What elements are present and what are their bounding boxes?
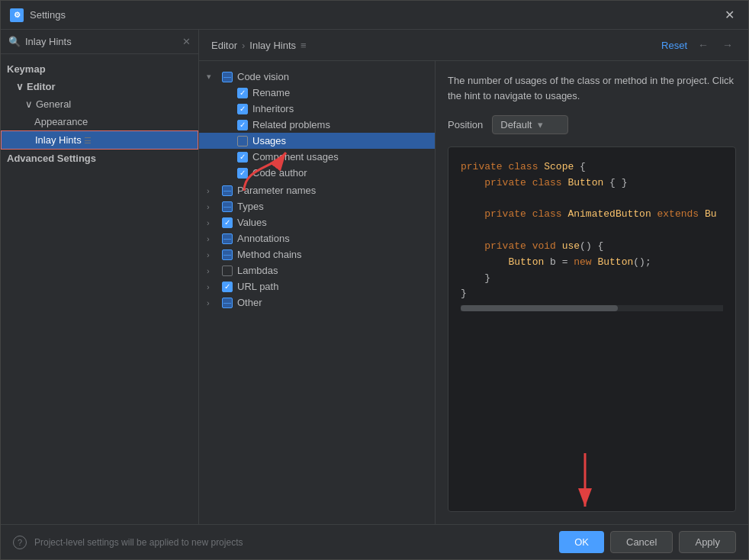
nav-back-button[interactable]: ← — [695, 37, 712, 53]
option-label-method-chains: Method chains — [237, 249, 302, 260]
close-button[interactable]: ✕ — [720, 6, 739, 24]
checkbox-values[interactable]: ✓ — [222, 217, 233, 228]
search-input[interactable] — [25, 36, 178, 47]
position-value: Default — [500, 119, 532, 130]
checkbox-lambdas[interactable] — [222, 266, 233, 276]
cancel-button[interactable]: Cancel — [610, 531, 673, 553]
option-inheritors[interactable]: ✓ Inheritors — [199, 101, 435, 117]
code-line-1: private class Scope { — [461, 159, 723, 175]
checkbox-inheritors[interactable]: ✓ — [237, 104, 248, 114]
expand-icon: › — [207, 282, 217, 291]
main-header: Editor › Inlay Hints ≡ Reset ← → — [199, 30, 748, 61]
option-code-vision[interactable]: ▾ — Code vision — [199, 69, 435, 85]
option-label-inheritors: Inheritors — [252, 103, 294, 114]
option-code-author[interactable]: ✓ Code author — [199, 165, 435, 181]
option-label-component-usages: Component usages — [252, 151, 339, 163]
option-label-usages: Usages — [252, 135, 286, 146]
option-label-parameter-names: Parameter names — [237, 185, 316, 196]
option-label-rename: Rename — [252, 87, 290, 98]
expand-icon: ▾ — [207, 72, 217, 82]
sidebar-nav: Keymap ∨Editor ∨General Appearance Inlay… — [1, 54, 198, 524]
sidebar-item-advanced-settings[interactable]: Advanced Settings — [1, 150, 198, 167]
search-clear-button[interactable]: ✕ — [182, 36, 191, 47]
checkbox-rename[interactable]: ✓ — [237, 88, 248, 98]
checkbox-parameter-names[interactable]: — — [222, 185, 233, 196]
code-scrollbar[interactable] — [461, 305, 723, 311]
help-button[interactable]: ? — [13, 536, 27, 549]
option-component-usages[interactable]: ✓ Component usages — [199, 149, 435, 165]
option-parameter-names[interactable]: › — Parameter names — [199, 182, 435, 198]
checkbox-usages[interactable] — [237, 136, 248, 146]
option-rename[interactable]: ✓ Rename — [199, 85, 435, 101]
app-icon: ⚙ — [10, 8, 24, 22]
checkbox-component-usages[interactable]: ✓ — [237, 152, 248, 163]
option-label-annotations: Annotations — [237, 233, 290, 244]
option-values[interactable]: › ✓ Values — [199, 214, 435, 230]
option-label-values: Values — [237, 217, 267, 228]
apply-button[interactable]: Apply — [679, 531, 736, 553]
option-related-problems[interactable]: ✓ Related problems — [199, 117, 435, 133]
ok-button[interactable]: OK — [559, 531, 604, 553]
sidebar-item-inlay-hints[interactable]: Inlay Hints ☰ — [1, 130, 198, 150]
option-label-lambdas: Lambdas — [237, 265, 278, 276]
option-annotations[interactable]: › — Annotations — [199, 230, 435, 246]
search-bar: 🔍 ✕ — [1, 30, 198, 54]
code-line-3 — [461, 191, 723, 208]
code-line-8: } — [461, 271, 723, 287]
checkbox-method-chains[interactable]: — — [222, 249, 233, 260]
scrollbar-thumb — [461, 305, 618, 311]
option-label-related-problems: Related problems — [252, 119, 330, 130]
breadcrumb-menu-icon[interactable]: ≡ — [301, 40, 307, 51]
checkbox-code-vision[interactable]: — — [222, 72, 233, 82]
checkbox-code-author[interactable]: ✓ — [237, 168, 248, 179]
nav-forward-button[interactable]: → — [719, 37, 736, 53]
sidebar: 🔍 ✕ Keymap ∨Editor ∨General Appearance I… — [1, 30, 199, 524]
expand-icon: › — [207, 234, 217, 243]
position-row: Position Default ▾ — [448, 115, 736, 134]
breadcrumb-editor: Editor — [211, 40, 237, 51]
option-label-url-path: URL path — [237, 281, 278, 292]
sidebar-item-general[interactable]: ∨General — [1, 95, 198, 113]
checkbox-url-path[interactable]: ✓ — [222, 282, 233, 292]
option-lambdas[interactable]: › Lambdas — [199, 262, 435, 278]
dropdown-chevron-icon: ▾ — [538, 119, 543, 130]
checkbox-related-problems[interactable]: ✓ — [237, 120, 248, 130]
expand-icon: › — [207, 186, 217, 195]
content-area: 🔍 ✕ Keymap ∨Editor ∨General Appearance I… — [1, 30, 748, 524]
option-url-path[interactable]: › ✓ URL path — [199, 278, 435, 294]
settings-window: ⚙ Settings ✕ 🔍 ✕ Keymap ∨Editor ∨General… — [0, 0, 749, 560]
option-label-code-author: Code author — [252, 167, 307, 179]
option-method-chains[interactable]: › — Method chains — [199, 246, 435, 262]
checkbox-other[interactable]: — — [222, 298, 233, 308]
header-actions: Reset ← → — [661, 37, 736, 53]
expand-icon: › — [207, 298, 217, 307]
position-label: Position — [448, 119, 483, 130]
breadcrumb-separator: › — [242, 40, 245, 51]
sidebar-item-keymap[interactable]: Keymap — [1, 60, 198, 78]
checkbox-annotations[interactable]: — — [222, 233, 233, 244]
expand-icon: › — [207, 250, 217, 259]
code-line-9: } — [461, 286, 723, 302]
split-panel: ▾ — Code vision ✓ Rename ✓ — [199, 61, 748, 524]
title-bar: ⚙ Settings ✕ — [1, 1, 748, 30]
checkbox-types[interactable]: — — [222, 201, 233, 212]
code-line-6: private void use() { — [461, 239, 723, 255]
bottom-bar: ? Project-level settings will be applied… — [1, 524, 748, 559]
options-panel: ▾ — Code vision ✓ Rename ✓ — [199, 61, 436, 524]
expand-icon: › — [207, 218, 217, 227]
code-preview: private class Scope { private class Butt… — [448, 146, 736, 512]
option-label-types: Types — [237, 201, 264, 212]
sidebar-item-editor[interactable]: ∨Editor — [1, 78, 198, 95]
detail-description: The number of usages of the class or met… — [448, 73, 736, 103]
option-types[interactable]: › — Types — [199, 198, 435, 214]
detail-panel: The number of usages of the class or met… — [436, 61, 748, 524]
code-line-2: private class Button { } — [461, 175, 723, 191]
bottom-buttons: OK Cancel Apply — [559, 531, 736, 553]
code-vision-group: ▾ — Code vision ✓ Rename ✓ — [199, 69, 435, 181]
position-dropdown[interactable]: Default ▾ — [492, 115, 568, 134]
sidebar-item-appearance[interactable]: Appearance — [1, 113, 198, 130]
option-usages[interactable]: Usages — [199, 133, 435, 149]
option-other[interactable]: › — Other — [199, 294, 435, 311]
reset-button[interactable]: Reset — [661, 40, 687, 51]
code-line-4: private class AnimatedButton extends Bu — [461, 207, 723, 223]
